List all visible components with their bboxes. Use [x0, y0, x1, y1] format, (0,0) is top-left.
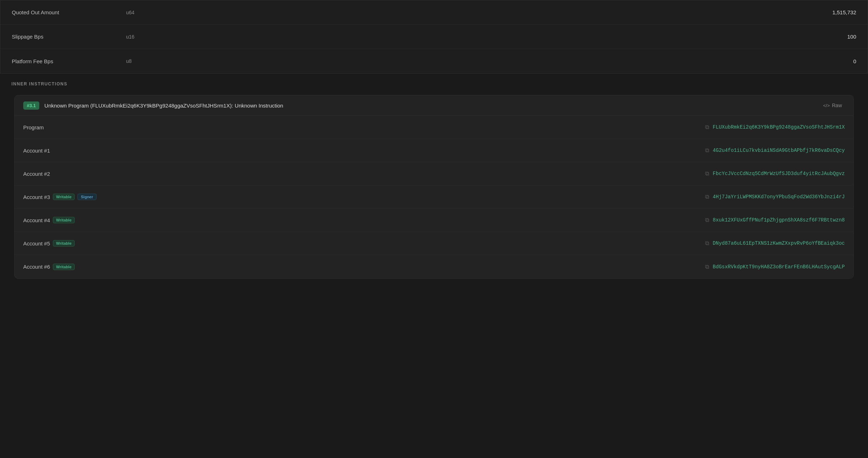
- slippage-bps-row: Slippage Bps u16 100: [0, 25, 868, 49]
- copy-address-icon[interactable]: ⧉: [705, 147, 709, 154]
- writable-tag: Writable: [53, 217, 75, 223]
- copy-address-icon[interactable]: ⧉: [705, 194, 709, 200]
- account-address: 8xuk12XFUxGffPNuf1pZhjgpnShXA8szf6F7RBtt…: [713, 217, 845, 223]
- copy-address-icon[interactable]: ⧉: [705, 264, 709, 270]
- account-value-wrapper: ⧉4G2u4fo1iLCu7kvbiaiNSdA9GtbAPbfj7kR6vaD…: [109, 147, 845, 154]
- copy-address-icon[interactable]: ⧉: [705, 217, 709, 223]
- account-row: Account #1⧉4G2u4fo1iLCu7kvbiaiNSdA9GtbAP…: [15, 139, 853, 162]
- account-value-wrapper: ⧉FbcYcJVccCdNzq5CdMrWzUfSJD3duf4yitRcJAu…: [109, 170, 845, 177]
- instruction-badge: #3.1: [23, 101, 39, 110]
- quoted-out-amount-value: 1,515,732: [785, 9, 856, 15]
- account-row: Account #4Writable⧉8xuk12XFUxGffPNuf1pZh…: [15, 209, 853, 232]
- raw-label: Raw: [832, 103, 842, 108]
- slippage-bps-value: 100: [785, 34, 856, 40]
- platform-fee-bps-label: Platform Fee Bps: [12, 58, 126, 64]
- account-row: Account #5Writable⧉DNyd87a6uL61EpTXNS1zK…: [15, 232, 853, 255]
- program-value-wrapper: ⧉ FLUXubRmkEi2q6K3Y9kBPg9248ggaZVsoSFhtJ…: [109, 124, 845, 130]
- code-icon: </>: [823, 103, 830, 108]
- account-address: 4Hj7JaYriLWPMSKKd7onyYPbuSqFod2Wd36YbJnz…: [713, 194, 845, 200]
- instruction-title: Unknown Program (FLUXubRmkEi2q6K3Y9kBPg9…: [44, 103, 820, 109]
- page-wrapper: Quoted Out Amount u64 1,515,732 Slippage…: [0, 0, 868, 458]
- writable-tag: Writable: [53, 240, 75, 247]
- platform-fee-bps-type: u8: [126, 58, 785, 64]
- program-address: FLUXubRmkEi2q6K3Y9kBPg9248ggaZVsoSFhtJHS…: [713, 124, 845, 130]
- account-label: Account #5Writable: [23, 240, 109, 247]
- platform-fee-bps-row: Platform Fee Bps u8 0: [0, 49, 868, 73]
- instruction-card: #3.1 Unknown Program (FLUXubRmkEi2q6K3Y9…: [14, 95, 854, 279]
- account-label: Account #3WritableSigner: [23, 194, 109, 200]
- quoted-out-amount-type: u64: [126, 10, 785, 15]
- copy-address-icon[interactable]: ⧉: [705, 240, 709, 247]
- writable-tag: Writable: [53, 194, 75, 200]
- account-label: Account #1: [23, 148, 109, 154]
- account-value-wrapper: ⧉BdGsxRVkdpKtT9nyHA8Z3oBrEarFEnB6LHAutSy…: [109, 264, 845, 270]
- account-label: Account #4Writable: [23, 217, 109, 223]
- account-row: Account #3WritableSigner⧉4Hj7JaYriLWPMSK…: [15, 185, 853, 209]
- accounts-container: Account #1⧉4G2u4fo1iLCu7kvbiaiNSdA9GtbAP…: [15, 139, 853, 278]
- quoted-out-amount-row: Quoted Out Amount u64 1,515,732: [0, 0, 868, 25]
- account-value-wrapper: ⧉DNyd87a6uL61EpTXNS1zKwmZXxpvRvP6oYfBEai…: [109, 240, 845, 247]
- signer-tag: Signer: [78, 194, 96, 200]
- account-address: BdGsxRVkdpKtT9nyHA8Z3oBrEarFEnB6LHAutSyc…: [713, 264, 845, 270]
- account-row: Account #6Writable⧉BdGsxRVkdpKtT9nyHA8Z3…: [15, 255, 853, 278]
- account-address: DNyd87a6uL61EpTXNS1zKwmZXxpvRvP6oYfBEaiq…: [713, 240, 845, 246]
- program-row: Program ⧉ FLUXubRmkEi2q6K3Y9kBPg9248ggaZ…: [15, 116, 853, 139]
- quoted-out-amount-label: Quoted Out Amount: [12, 9, 126, 15]
- account-address: 4G2u4fo1iLCu7kvbiaiNSdA9GtbAPbfj7kR6vaDs…: [713, 148, 845, 153]
- raw-button[interactable]: </> Raw: [820, 101, 845, 110]
- account-label: Account #6Writable: [23, 264, 109, 270]
- copy-program-icon[interactable]: ⧉: [705, 124, 709, 130]
- slippage-bps-type: u16: [126, 34, 785, 40]
- account-address: FbcYcJVccCdNzq5CdMrWzUfSJD3duf4yitRcJAub…: [713, 171, 845, 176]
- slippage-bps-label: Slippage Bps: [12, 34, 126, 40]
- account-label: Account #2: [23, 171, 109, 177]
- account-value-wrapper: ⧉4Hj7JaYriLWPMSKKd7onyYPbuSqFod2Wd36YbJn…: [109, 194, 845, 200]
- instruction-header: #3.1 Unknown Program (FLUXubRmkEi2q6K3Y9…: [15, 95, 853, 116]
- writable-tag: Writable: [53, 264, 75, 270]
- account-value-wrapper: ⧉8xuk12XFUxGffPNuf1pZhjgpnShXA8szf6F7RBt…: [109, 217, 845, 223]
- inner-instructions-body: #3.1 Unknown Program (FLUXubRmkEi2q6K3Y9…: [0, 92, 868, 293]
- copy-address-icon[interactable]: ⧉: [705, 170, 709, 177]
- platform-fee-bps-value: 0: [785, 58, 856, 64]
- inner-instructions-section-label: INNER INSTRUCTIONS: [0, 74, 868, 92]
- account-row: Account #2⧉FbcYcJVccCdNzq5CdMrWzUfSJD3du…: [15, 162, 853, 185]
- top-table: Quoted Out Amount u64 1,515,732 Slippage…: [0, 0, 868, 74]
- program-label: Program: [23, 124, 109, 130]
